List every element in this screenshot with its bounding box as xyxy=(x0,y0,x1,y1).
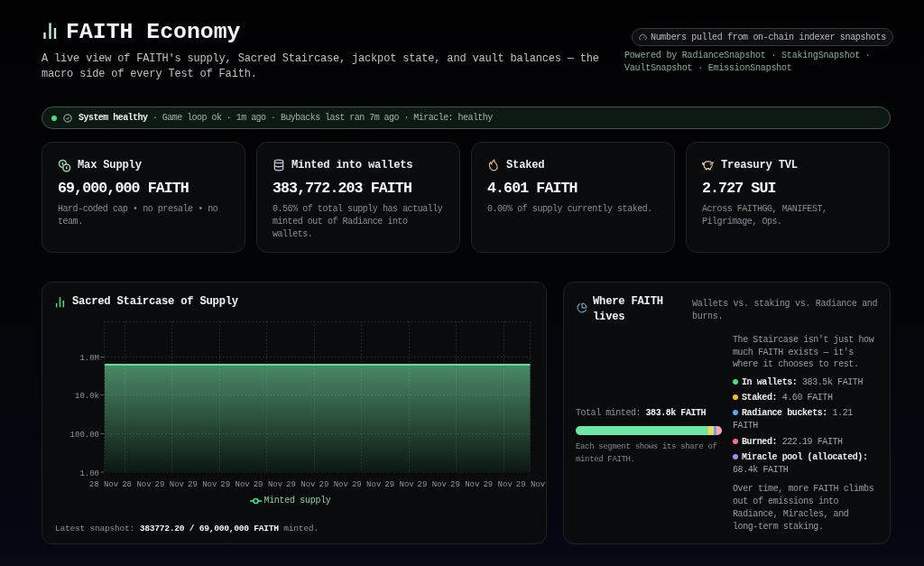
svg-text:29 Nov: 29 Nov xyxy=(319,480,348,489)
svg-text:28 Nov: 28 Nov xyxy=(89,480,119,489)
svg-text:29 Nov: 29 Nov xyxy=(286,480,316,489)
svg-text:29 Nov: 29 Nov xyxy=(155,480,185,489)
svg-text:1.0M: 1.0M xyxy=(79,354,99,363)
svg-text:28 Nov: 28 Nov xyxy=(122,480,152,489)
svg-text:1.00: 1.00 xyxy=(79,469,99,478)
svg-text:29 Nov: 29 Nov xyxy=(483,480,513,489)
svg-text:29 Nov: 29 Nov xyxy=(418,480,448,489)
svg-text:29 Nov: 29 Nov xyxy=(254,480,283,489)
svg-text:10.0k: 10.0k xyxy=(75,392,99,401)
svg-text:29 Nov: 29 Nov xyxy=(516,480,546,489)
svg-text:100.00: 100.00 xyxy=(70,431,99,440)
svg-text:29 Nov: 29 Nov xyxy=(352,480,382,489)
svg-text:29 Nov: 29 Nov xyxy=(384,480,414,489)
svg-text:29 Nov: 29 Nov xyxy=(220,480,250,489)
svg-text:29 Nov: 29 Nov xyxy=(188,480,217,489)
svg-text:29 Nov: 29 Nov xyxy=(450,480,480,489)
